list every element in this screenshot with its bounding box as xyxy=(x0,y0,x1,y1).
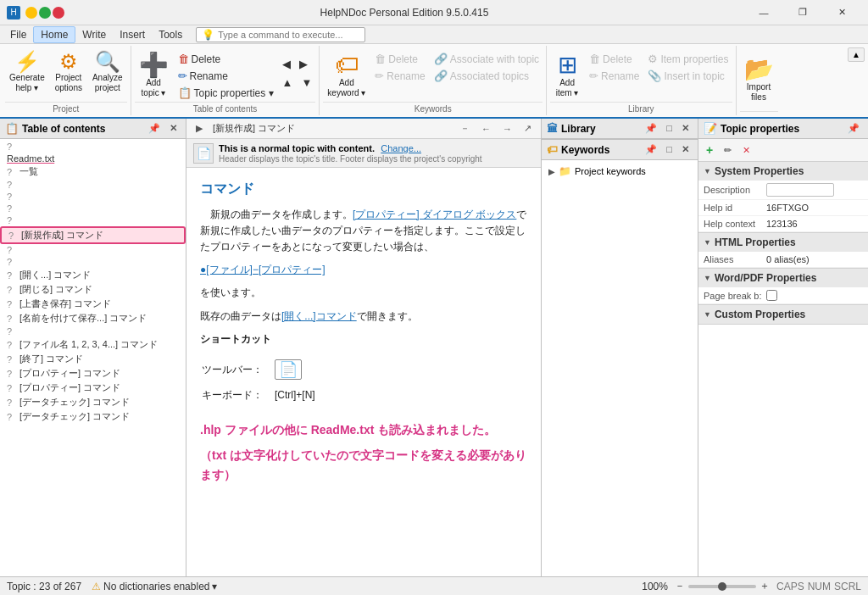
toc-item[interactable]: ? xyxy=(0,256,186,268)
titlebar-close[interactable] xyxy=(53,7,64,19)
system-properties-section: ▼ System Properties Description Help id … xyxy=(698,162,868,233)
keywords-max-btn[interactable]: □ xyxy=(663,142,676,157)
rename-library-button: ✏ Rename xyxy=(586,68,643,84)
topic-title-change[interactable]: Change... xyxy=(381,143,421,153)
add-keyword-icon: 🏷 xyxy=(335,53,359,77)
custom-properties-header[interactable]: ▼ Custom Properties xyxy=(698,305,868,324)
zoom-slider[interactable]: － ＋ xyxy=(675,579,770,593)
add-keyword-button[interactable]: 🏷 Addkeyword ▾ xyxy=(323,49,370,102)
toc-item[interactable]: ? xyxy=(0,141,186,153)
num-indicator: NUM xyxy=(808,581,831,592)
item-properties-icon: ⚙ xyxy=(648,53,658,65)
toc-nav-up[interactable]: ▲ xyxy=(279,75,297,91)
toc-item[interactable]: ? xyxy=(0,325,186,337)
toc-item[interactable]: ? [プロパティー] コマンド xyxy=(0,366,186,381)
win-minimize-btn[interactable]: — xyxy=(744,0,783,25)
menu-file[interactable]: File xyxy=(3,27,33,42)
toc-item[interactable]: ? [データチェック] コマンド xyxy=(0,395,186,409)
toc-item[interactable]: ? [名前を付けて保存...] コマンド xyxy=(0,311,186,325)
library-pin-btn[interactable]: 📌 xyxy=(642,121,660,136)
item-properties-button: ⚙ Item properties xyxy=(644,51,732,67)
toc-item-selected[interactable]: ? [新規作成] コマンド xyxy=(0,226,186,244)
float-btn[interactable]: ↗ xyxy=(520,121,536,136)
dict-status: ⚠ No dictionaries enabled ▾ xyxy=(92,581,217,592)
toc-item[interactable]: ? xyxy=(0,244,186,256)
toc-item-icon: ? xyxy=(7,314,17,324)
link-file-prop[interactable]: ●[ファイル]−[プロパティー] xyxy=(200,264,326,275)
project-options-button[interactable]: ⚙ Projectoptions xyxy=(51,49,86,96)
menu-write[interactable]: Write xyxy=(75,27,113,42)
titlebar-maximize[interactable] xyxy=(39,7,51,19)
system-properties-header[interactable]: ▼ System Properties xyxy=(698,162,868,181)
keywords-close-btn[interactable]: ✕ xyxy=(678,142,693,157)
toc-item[interactable]: ? 一覧 xyxy=(0,164,186,179)
toc-item[interactable]: ? xyxy=(0,191,186,203)
toc-item[interactable]: ? [開く...] コマンド xyxy=(0,268,186,282)
win-maximize-btn[interactable]: ❐ xyxy=(783,0,822,25)
topic-properties-button[interactable]: 📋 Topic properties ▾ xyxy=(175,85,277,101)
editor-content[interactable]: コマンド 新規の曲データを作成します。[プロパティー] ダイアログ ボックスで新… xyxy=(186,168,541,576)
toc-pin-btn[interactable]: 📌 xyxy=(145,121,164,136)
properties-header-left: 📝 Topic properties xyxy=(704,122,799,135)
titlebar-minimize[interactable] xyxy=(25,7,37,19)
pagebreak-checkbox[interactable] xyxy=(766,290,777,301)
menu-home[interactable]: Home xyxy=(33,26,75,43)
toc-list: ? Readme.txt ? 一覧 ? ? ? ? ? xyxy=(0,139,186,576)
menu-search-input[interactable] xyxy=(218,30,353,40)
menu-insert[interactable]: Insert xyxy=(113,27,152,42)
toc-item[interactable]: ? [閉じる] コマンド xyxy=(0,282,186,297)
toc-item[interactable]: Readme.txt xyxy=(0,153,186,164)
props-delete-btn[interactable]: ✕ xyxy=(738,143,754,158)
analyze-project-button[interactable]: 🔍 Analyzeproject xyxy=(88,49,127,96)
zoom-plus-btn[interactable]: ＋ xyxy=(760,579,770,593)
toc-item[interactable]: ? [プロパティー] コマンド xyxy=(0,381,186,395)
toc-close-btn[interactable]: ✕ xyxy=(166,121,181,136)
add-item-button[interactable]: ⊞ Additem ▾ xyxy=(550,49,584,102)
props-add-btn[interactable]: + xyxy=(702,142,717,158)
win-close-btn[interactable]: ✕ xyxy=(822,0,861,25)
toc-item[interactable]: ? [データチェック] コマンド xyxy=(0,409,186,424)
link-open[interactable]: [開く...]コマンド xyxy=(281,310,357,322)
library-header-right: 📌 □ ✕ xyxy=(642,121,693,136)
html-properties-header[interactable]: ▼ HTML Properties xyxy=(698,233,868,252)
toc-nav-down[interactable]: ▼ xyxy=(298,75,315,91)
toc-item[interactable]: ? [上書き保存] コマンド xyxy=(0,297,186,311)
menubar: File Home Write Insert Tools 💡 xyxy=(0,25,868,44)
properties-pin-btn[interactable]: 📌 xyxy=(844,121,863,136)
toc-nav-left[interactable]: ◀ xyxy=(279,56,294,72)
nav-prev-btn[interactable]: ← xyxy=(477,122,495,136)
ribbon-group-project-body: ⚡ Generatehelp ▾ ⚙ Projectoptions 🔍 Anal… xyxy=(5,47,127,102)
ribbon-group-import-body: 📂 Importfiles xyxy=(740,47,778,111)
ribbon-collapse-btn[interactable]: ▲ xyxy=(848,47,865,62)
search-lightbulb-icon: 💡 xyxy=(202,29,214,41)
menu-search-box[interactable]: 💡 xyxy=(196,27,365,42)
link-dialog[interactable]: [プロパティー] ダイアログ ボックス xyxy=(353,209,516,220)
dict-dropdown-icon[interactable]: ▾ xyxy=(212,581,217,592)
generate-help-button[interactable]: ⚡ Generatehelp ▾ xyxy=(5,49,49,96)
expand-btn[interactable]: ▶ xyxy=(192,121,207,136)
props-edit-btn[interactable]: ✏ xyxy=(720,143,736,158)
keywords-pin-btn[interactable]: 📌 xyxy=(642,142,660,157)
delete-topic-button[interactable]: 🗑 Delete xyxy=(175,51,277,67)
toc-nav-right[interactable]: ▶ xyxy=(296,56,311,72)
library-max-btn[interactable]: □ xyxy=(663,121,676,136)
toc-item[interactable]: ? [ファイル名 1, 2, 3, 4...] コマンド xyxy=(0,337,186,352)
zoom-track[interactable] xyxy=(688,585,756,588)
description-input[interactable] xyxy=(766,183,834,197)
add-topic-button[interactable]: ➕ Addtopic ▾ xyxy=(135,49,173,102)
toc-item[interactable]: ? xyxy=(0,203,186,214)
toc-item[interactable]: ? xyxy=(0,214,186,226)
menu-tools[interactable]: Tools xyxy=(152,27,189,42)
toc-item[interactable]: ? xyxy=(0,179,186,191)
pin-editor-btn[interactable]: － xyxy=(456,120,474,136)
keyword-item[interactable]: ▶ 📁 Project keywords xyxy=(545,164,694,179)
content-after: を使います。 xyxy=(200,285,527,301)
helpid-label: Help id xyxy=(704,203,763,213)
rename-topic-button[interactable]: ✏ Rename xyxy=(175,68,277,84)
toc-item[interactable]: ? [終了] コマンド xyxy=(0,352,186,366)
import-files-button[interactable]: 📂 Importfiles xyxy=(740,49,778,111)
library-close-btn[interactable]: ✕ xyxy=(678,121,693,136)
zoom-minus-btn[interactable]: － xyxy=(675,579,685,593)
wordpdf-properties-header[interactable]: ▼ Word/PDF Properties xyxy=(698,269,868,287)
nav-next-btn[interactable]: → xyxy=(498,122,516,136)
